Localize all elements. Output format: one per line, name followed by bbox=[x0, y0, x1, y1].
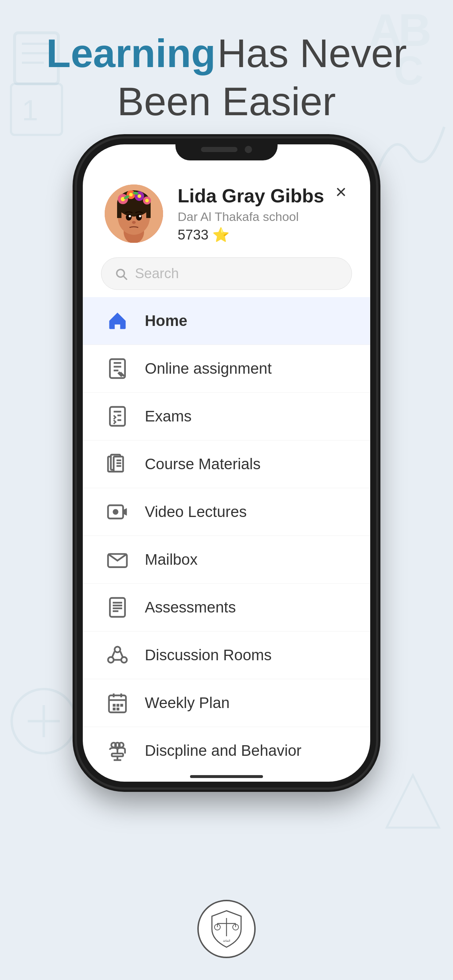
phone-screen: Lida Gray Gibbs Dar Al Thakafa school 57… bbox=[83, 145, 370, 782]
svg-line-60 bbox=[112, 652, 115, 658]
svg-text:الثقافة: الثقافة bbox=[223, 939, 230, 942]
svg-point-29 bbox=[129, 215, 131, 217]
svg-point-7 bbox=[12, 689, 76, 753]
svg-point-22 bbox=[137, 194, 141, 198]
svg-point-28 bbox=[136, 214, 142, 221]
svg-rect-39 bbox=[110, 407, 125, 426]
profile-score: 5733 ⭐ bbox=[178, 227, 348, 243]
profile-info: Lida Gray Gibbs Dar Al Thakafa school 57… bbox=[178, 185, 348, 242]
exams-icon bbox=[105, 404, 130, 429]
menu-label-home: Home bbox=[145, 312, 187, 329]
svg-line-33 bbox=[124, 276, 126, 279]
svg-line-61 bbox=[120, 652, 123, 658]
menu-item-video-lectures[interactable]: Video Lectures bbox=[83, 488, 370, 536]
school-logo: الثقافة bbox=[197, 900, 256, 958]
hero-rest2: Been Easier bbox=[117, 79, 335, 124]
menu-list: Home bbox=[83, 297, 370, 772]
menu-item-course-materials[interactable]: Course Materials bbox=[83, 441, 370, 488]
notch-speaker bbox=[201, 147, 238, 152]
menu-item-assignment[interactable]: Online assignment bbox=[83, 345, 370, 393]
svg-point-57 bbox=[115, 647, 120, 652]
menu-label-weekly-plan: Weekly Plan bbox=[145, 694, 230, 712]
menu-item-discipline[interactable]: Discpline and Behavior bbox=[83, 727, 370, 772]
mailbox-icon bbox=[105, 547, 130, 573]
search-icon bbox=[115, 267, 128, 280]
svg-point-58 bbox=[108, 657, 114, 663]
avatar bbox=[105, 185, 163, 243]
phone-mockup: Lida Gray Gibbs Dar Al Thakafa school 57… bbox=[77, 138, 376, 788]
hero-learning: Learning bbox=[46, 30, 216, 75]
discussion-rooms-icon bbox=[105, 643, 130, 668]
video-lectures-icon bbox=[105, 499, 130, 525]
svg-point-20 bbox=[129, 193, 133, 197]
svg-rect-70 bbox=[113, 708, 116, 711]
menu-item-mailbox[interactable]: Mailbox bbox=[83, 536, 370, 584]
menu-label-discussion-rooms: Discussion Rooms bbox=[145, 646, 272, 664]
svg-point-59 bbox=[121, 657, 127, 663]
menu-item-weekly-plan[interactable]: Weekly Plan bbox=[83, 679, 370, 727]
menu-label-discipline: Discpline and Behavior bbox=[145, 742, 301, 759]
menu-item-home[interactable]: Home bbox=[83, 297, 370, 345]
close-button[interactable]: × bbox=[330, 181, 352, 203]
svg-point-27 bbox=[126, 214, 132, 221]
svg-rect-52 bbox=[110, 598, 125, 617]
menu-label-video-lectures: Video Lectures bbox=[145, 503, 247, 520]
menu-label-assignment: Online assignment bbox=[145, 360, 272, 377]
search-bar[interactable]: Search bbox=[101, 258, 352, 290]
notch-camera bbox=[245, 146, 252, 153]
svg-point-31 bbox=[132, 221, 136, 224]
svg-rect-75 bbox=[112, 754, 123, 757]
svg-point-24 bbox=[145, 199, 149, 202]
svg-point-30 bbox=[139, 215, 141, 217]
phone-shell: Lida Gray Gibbs Dar Al Thakafa school 57… bbox=[77, 138, 376, 788]
menu-label-mailbox: Mailbox bbox=[145, 551, 198, 568]
svg-rect-69 bbox=[120, 704, 123, 707]
svg-rect-16 bbox=[146, 204, 151, 218]
svg-rect-71 bbox=[116, 708, 119, 711]
assignment-icon bbox=[105, 356, 130, 381]
hero-title: Learning Has Never Been Easier bbox=[0, 29, 453, 126]
menu-item-exams[interactable]: Exams bbox=[83, 393, 370, 441]
discipline-icon bbox=[105, 738, 130, 764]
weekly-plan-icon bbox=[105, 690, 130, 716]
assessments-icon bbox=[105, 595, 130, 620]
menu-label-course-materials: Course Materials bbox=[145, 455, 260, 473]
menu-label-assessments: Assessments bbox=[145, 599, 236, 616]
menu-label-exams: Exams bbox=[145, 407, 191, 425]
home-icon bbox=[105, 308, 130, 334]
svg-point-74 bbox=[115, 743, 120, 748]
profile-school: Dar Al Thakafa school bbox=[178, 210, 348, 224]
profile-section: Lida Gray Gibbs Dar Al Thakafa school 57… bbox=[83, 170, 370, 254]
svg-rect-45 bbox=[114, 457, 123, 471]
svg-rect-15 bbox=[117, 204, 121, 218]
hero-rest: Has Never bbox=[217, 30, 407, 75]
phone-notch bbox=[175, 138, 278, 161]
home-indicator bbox=[190, 775, 263, 778]
course-materials-icon bbox=[105, 451, 130, 477]
screen-content: Lida Gray Gibbs Dar Al Thakafa school 57… bbox=[83, 145, 370, 782]
menu-item-discussion-rooms[interactable]: Discussion Rooms bbox=[83, 632, 370, 679]
menu-item-assessments[interactable]: Assessments bbox=[83, 584, 370, 632]
search-placeholder: Search bbox=[135, 266, 179, 282]
svg-rect-67 bbox=[113, 704, 116, 707]
svg-marker-8 bbox=[387, 775, 439, 827]
profile-name: Lida Gray Gibbs bbox=[178, 185, 348, 207]
svg-point-50 bbox=[113, 509, 118, 515]
svg-rect-68 bbox=[116, 704, 119, 707]
